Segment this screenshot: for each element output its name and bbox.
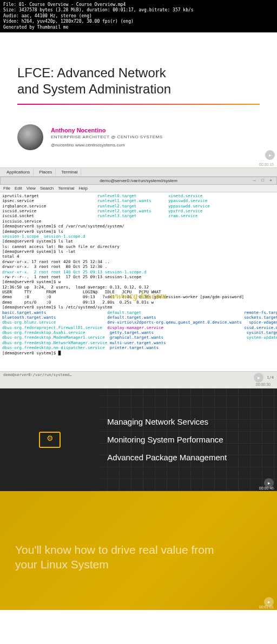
title-line2: and System Administration bbox=[17, 82, 171, 96]
term-menu-search[interactable]: Search bbox=[40, 186, 54, 191]
author-handle: @nocentino www.centinosystems.com bbox=[51, 143, 163, 147]
term-menu-edit[interactable]: Edit bbox=[15, 186, 22, 191]
author-avatar bbox=[17, 124, 43, 150]
slide-terminal: Applications Places Terminal demo@server… bbox=[0, 167, 277, 388]
terminal-menubar[interactable]: File Edit View Search Terminal Help bbox=[0, 185, 277, 192]
hexagon-icon bbox=[25, 415, 74, 464]
meta-generated: Generated by Thumbnail me bbox=[3, 25, 274, 30]
timestamp: 00:00:30 bbox=[0, 383, 274, 387]
outcome-headline: You'll know how to drive real value from… bbox=[15, 542, 237, 572]
author-role: ENTERPRISE ARCHITECT @ CENTINO SYSTEMS bbox=[51, 135, 163, 139]
taskbar-item[interactable]: demo@server0:/var/run/systemd… bbox=[3, 373, 71, 383]
topic-item: Managing Network Services bbox=[107, 417, 269, 426]
author-info: Anthony Nocentino ENTERPRISE ARCHITECT @… bbox=[51, 127, 163, 147]
meta-video: Video: h264, yuv420p, 1280x720, 30.00 fp… bbox=[3, 19, 274, 24]
slide-title: LFCE: Advanced Network and System Admini… bbox=[0, 32, 277, 167]
menu-applications[interactable]: Applications bbox=[3, 169, 34, 175]
topics-list: Managing Network Services Monitoring Sys… bbox=[100, 388, 277, 491]
slide-topics: Managing Network Services Monitoring Sys… bbox=[0, 388, 277, 491]
title-underline bbox=[17, 104, 260, 105]
terminal-titlebar[interactable]: demo@server0:/var/run/systemd/system – □… bbox=[0, 177, 277, 185]
monitor-icon bbox=[39, 432, 61, 448]
terminal-title-text: demo@server0:/var/run/systemd/system bbox=[100, 178, 177, 183]
menu-places[interactable]: Places bbox=[36, 169, 56, 175]
topics-graphic bbox=[0, 388, 100, 491]
topic-item: Advanced Package Management bbox=[107, 453, 269, 462]
course-title: LFCE: Advanced Network and System Admini… bbox=[17, 65, 260, 97]
term-menu-file[interactable]: File bbox=[3, 186, 10, 191]
taskbar[interactable]: demo@server0:/var/run/systemd… ▸ 1/4 bbox=[0, 371, 277, 384]
term-menu-terminal[interactable]: Terminal bbox=[58, 186, 74, 191]
meta-audio: Audio: aac, 44100 Hz, stereo (eng) bbox=[3, 14, 274, 19]
author-name: Anthony Nocentino bbox=[51, 127, 163, 133]
workspace-indicator: 1/4 bbox=[267, 375, 274, 380]
terminal-output[interactable]: iprutils.target runlevel0.target xinetd.… bbox=[0, 192, 277, 371]
video-metadata: File: 01- Course Overview - Course Overv… bbox=[0, 0, 277, 32]
timestamp: 00:00:46 bbox=[259, 486, 274, 490]
meta-size: Size: 3437578 bytes (3.28 MiB), duration… bbox=[3, 8, 274, 13]
term-menu-view[interactable]: View bbox=[27, 186, 36, 191]
term-menu-help[interactable]: Help bbox=[78, 186, 87, 191]
topic-item: Monitoring System Performance bbox=[107, 435, 269, 444]
menu-terminal[interactable]: Terminal bbox=[58, 169, 81, 175]
window-buttons[interactable]: – □ × bbox=[254, 178, 274, 183]
gnome-top-bar[interactable]: Applications Places Terminal bbox=[0, 168, 277, 177]
meta-file: File: 01- Course Overview - Course Overv… bbox=[3, 2, 274, 8]
slide-outcome: You'll know how to drive real value from… bbox=[0, 491, 277, 610]
author-block: Anthony Nocentino ENTERPRISE ARCHITECT @… bbox=[17, 124, 260, 150]
timestamp: 00:00:15 bbox=[259, 163, 274, 166]
play-icon[interactable]: ▸ bbox=[254, 373, 263, 383]
play-icon[interactable]: ▸ bbox=[265, 150, 275, 160]
timestamp: 00:01:01 bbox=[259, 605, 274, 609]
title-line1: LFCE: Advanced Network bbox=[17, 65, 166, 80]
